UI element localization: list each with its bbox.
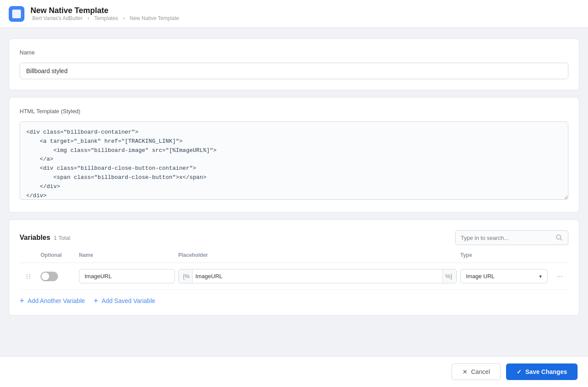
add-variable-label: Add Another Variable <box>28 297 85 304</box>
app-logo-icon <box>12 10 21 18</box>
html-template-label: HTML Template (Styled) <box>20 108 568 114</box>
col-type: Type <box>460 252 547 258</box>
header-titles: New Native Template Bert Varias's AdButl… <box>31 6 181 22</box>
variables-search-input[interactable] <box>461 235 552 241</box>
variables-card: Variables 1 Total Optional Name Placehol… <box>9 219 579 316</box>
table-row: [% %] Image URL ▾ ··· <box>20 263 568 290</box>
add-saved-label: Add Saved Variable <box>102 297 155 304</box>
save-icon: ✓ <box>517 368 522 375</box>
breadcrumb: Bert Varias's AdButler › Templates › New… <box>31 15 181 21</box>
variables-title-text: Variables <box>20 234 50 242</box>
toggle-knob <box>41 273 49 280</box>
svg-point-5 <box>29 276 30 276</box>
svg-point-2 <box>27 276 27 276</box>
cancel-button[interactable]: ✕ Cancel <box>452 363 501 380</box>
add-variable-icon: + <box>20 297 24 305</box>
cancel-icon: ✕ <box>462 368 468 375</box>
variable-type-value: Image URL <box>466 273 495 279</box>
search-icon <box>556 234 563 241</box>
dropdown-arrow-icon: ▾ <box>539 273 542 279</box>
svg-point-4 <box>29 274 30 275</box>
cancel-label: Cancel <box>471 368 490 375</box>
variables-search-box[interactable] <box>455 230 568 245</box>
svg-point-3 <box>27 277 27 278</box>
name-label: Name <box>20 49 568 56</box>
footer: ✕ Cancel ✓ Save Changes <box>0 356 588 387</box>
variable-name-input[interactable] <box>79 269 175 283</box>
add-saved-icon: + <box>94 297 99 305</box>
breadcrumb-page: New Native Template <box>130 15 179 21</box>
html-template-card: HTML Template (Styled) <div class="billb… <box>9 97 579 212</box>
add-buttons: + Add Another Variable + Add Saved Varia… <box>20 290 568 305</box>
breadcrumb-sep2: › <box>123 15 126 21</box>
main-content: Name HTML Template (Styled) <div class="… <box>0 28 588 350</box>
add-saved-variable-button[interactable]: + Add Saved Variable <box>94 297 155 305</box>
variables-header: Variables 1 Total <box>20 230 568 245</box>
page-title: New Native Template <box>31 6 181 16</box>
breadcrumb-account: Bert Varias's AdButler <box>32 15 82 21</box>
app-logo <box>9 6 24 22</box>
optional-toggle[interactable] <box>41 272 58 281</box>
variables-table-header: Optional Name Placeholder Type <box>20 252 568 263</box>
add-another-variable-button[interactable]: + Add Another Variable <box>20 297 85 305</box>
app-header: New Native Template Bert Varias's AdButl… <box>0 0 588 28</box>
name-card: Name <box>9 38 579 90</box>
save-label: Save Changes <box>525 368 567 375</box>
drag-handle[interactable] <box>20 273 37 280</box>
col-name: Name <box>79 252 175 258</box>
svg-point-1 <box>27 274 27 275</box>
breadcrumb-section: Templates <box>94 15 118 21</box>
variable-more-options[interactable]: ··· <box>551 270 568 283</box>
variable-placeholder-input[interactable] <box>193 269 442 283</box>
save-changes-button[interactable]: ✓ Save Changes <box>506 363 578 380</box>
html-template-textarea[interactable]: <div class="billboard-container"> <a tar… <box>20 121 568 200</box>
placeholder-prefix: [% <box>179 269 193 283</box>
col-placeholder: Placeholder <box>178 252 457 258</box>
breadcrumb-sep1: › <box>88 15 91 21</box>
variables-count: 1 Total <box>54 235 70 241</box>
variable-placeholder-wrapper[interactable]: [% %] <box>178 269 457 283</box>
optional-toggle-container <box>41 272 75 281</box>
placeholder-suffix: %] <box>442 269 456 283</box>
name-input[interactable] <box>20 63 568 79</box>
variables-title: Variables 1 Total <box>20 234 70 242</box>
col-optional: Optional <box>41 252 75 258</box>
svg-point-6 <box>29 277 30 278</box>
variable-type-dropdown[interactable]: Image URL ▾ <box>460 269 547 283</box>
